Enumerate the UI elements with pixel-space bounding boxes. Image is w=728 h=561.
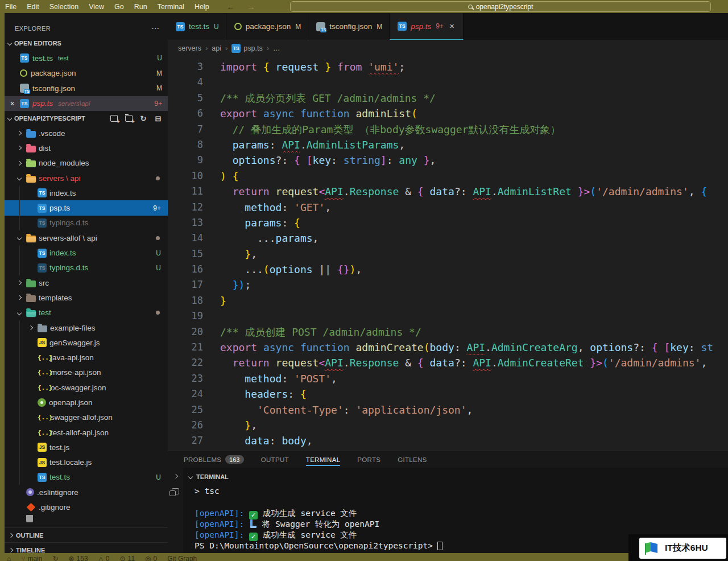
code-line-21[interactable]: 21export async function adminCreate(body… [168, 340, 728, 355]
tree-item-servers-allof \ api[interactable]: servers-allof \ api [5, 230, 168, 245]
panel-tab-gitlens[interactable]: GITLENS [398, 451, 427, 468]
code-line-10[interactable]: 10) { [168, 168, 728, 184]
menu-file[interactable]: File [0, 3, 22, 11]
collapse-all-icon[interactable]: ⊟ [153, 113, 163, 123]
tab-test.ts[interactable]: TStest.tsU [168, 13, 226, 40]
terminal-section-header[interactable]: TERMINAL [183, 470, 728, 484]
code-line-12[interactable]: 12 method: 'GET', [168, 200, 728, 215]
command-center-search[interactable]: openapi2typescript [290, 1, 711, 12]
tree-item-typings.d.ts[interactable]: TStypings.d.ts [5, 216, 168, 230]
tree-item-test-allof-api.json[interactable]: {..}test-allof-api.json [5, 425, 168, 440]
status-item-remote[interactable]: ⌂ [7, 555, 11, 561]
code-line-9[interactable]: 9 options?: { [key: string]: any }, [168, 152, 728, 168]
code-line-25[interactable]: 25 'Content-Type': 'application/json', [168, 402, 728, 418]
panel-tab-ports[interactable]: PORTS [357, 451, 380, 468]
open-editor-test.ts[interactable]: TStest.tstestU [5, 51, 168, 66]
code-line-24[interactable]: 24 headers: { [168, 386, 728, 402]
forward-arrow-icon[interactable]: → [247, 2, 255, 11]
code-line-7[interactable]: 7 // 叠加生成的Param类型 （非body参数swagger默认没有生成对… [168, 122, 728, 137]
status-item-Git Graph[interactable]: Git Graph [167, 555, 197, 561]
code-line-13[interactable]: 13 params: { [168, 215, 728, 230]
outline-section[interactable]: OUTLINE [5, 527, 168, 542]
status-item-0[interactable]: △0 [98, 555, 110, 561]
menu-terminal[interactable]: Terminal [152, 3, 189, 11]
status-item-0[interactable]: ◎0 [145, 555, 157, 561]
tree-item-swagger-allof.json[interactable]: {..}swagger-allof.json [5, 410, 168, 425]
menu-view[interactable]: View [84, 3, 109, 11]
timeline-section[interactable]: TIMELINE [5, 542, 168, 553]
tree-item-node_modules[interactable]: node_modules [5, 156, 168, 171]
tree-item-.eslintignore[interactable]: .eslintignore [5, 485, 168, 500]
tree-item-index.ts[interactable]: TSindex.tsU [5, 245, 168, 260]
tree-item-test.ts[interactable]: TStest.tsU [5, 470, 168, 485]
open-editor-tsconfig.json[interactable]: .TStsconfig.jsonM [5, 81, 168, 96]
status-item-153[interactable]: ⊗153 [69, 555, 88, 561]
code-line-3[interactable]: 3import { request } from 'umi'; [168, 59, 728, 75]
breadcrumb-item[interactable]: api [212, 44, 221, 52]
menu-go[interactable]: Go [109, 3, 129, 11]
open-editor-psp.ts[interactable]: ×TSpsp.tsservers\api9+ [5, 96, 168, 112]
code-line-11[interactable]: 11 return request<API.Response & { data?… [168, 184, 728, 199]
comments-icon[interactable] [172, 488, 179, 494]
breadcrumb-item[interactable]: servers [178, 44, 201, 52]
code-line-15[interactable]: 15 }, [168, 246, 728, 262]
status-item-main[interactable]: ⑂main [21, 555, 42, 561]
code-line-17[interactable]: 17 }); [168, 277, 728, 292]
project-header[interactable]: OPENAPI2TYPESCRIPT ↻⊟ [5, 111, 168, 126]
tree-item-.gitignore[interactable]: .gitignore [5, 500, 168, 514]
tree-item-test[interactable]: test [5, 306, 168, 320]
tab-tsconfig.json[interactable]: .TStsconfig.jsonM [308, 13, 390, 40]
menu-edit[interactable]: Edit [22, 3, 44, 11]
open-editors-header[interactable]: OPEN EDITORS [5, 36, 168, 51]
breadcrumb-item[interactable]: … [273, 44, 280, 52]
menu-run[interactable]: Run [129, 3, 152, 11]
code-line-22[interactable]: 22 return request<API.Response & { data?… [168, 355, 728, 370]
open-editor-package.json[interactable]: package.jsonM [5, 66, 168, 81]
tree-item-.vscode[interactable]: .vscode [5, 126, 168, 141]
code-line-4[interactable]: 4 [168, 75, 728, 90]
tree-item-test.js[interactable]: JStest.js [5, 440, 168, 455]
more-actions-icon[interactable]: ··· [152, 25, 160, 32]
new-folder-icon[interactable] [123, 113, 134, 123]
code-line-18[interactable]: 18} [168, 293, 728, 308]
panel-tab-output[interactable]: OUTPUT [261, 451, 289, 468]
panel-tab-terminal[interactable]: TERMINAL [306, 451, 341, 468]
close-icon[interactable]: × [8, 99, 16, 108]
tree-item-psp.ts[interactable]: TSpsp.ts9+ [5, 200, 168, 215]
code-line-6[interactable]: 6export async function adminList( [168, 106, 728, 121]
code-line-16[interactable]: 16 ...(options || {}), [168, 262, 728, 277]
tree-item-example-files[interactable]: example-files [5, 320, 168, 335]
tree-item-index.ts[interactable]: TSindex.ts [5, 185, 168, 200]
tree-item-src[interactable]: src [5, 275, 168, 290]
tree-item-morse-api.json[interactable]: {..}morse-api.json [5, 365, 168, 380]
tree-item-servers \ api[interactable]: servers \ api [5, 171, 168, 185]
tree-item-oc-swagger.json[interactable]: {..}oc-swagger.json [5, 380, 168, 395]
tree-item-test.locale.js[interactable]: JStest.locale.js [5, 455, 168, 470]
tree-item-genSwagger.js[interactable]: JSgenSwagger.js [5, 335, 168, 350]
panel-tab-problems[interactable]: PROBLEMS163 [184, 451, 244, 468]
tree-item-typings.d.ts[interactable]: TStypings.d.tsU [5, 261, 168, 275]
tree-item-clipped[interactable] [5, 515, 168, 522]
tab-psp.ts[interactable]: TSpsp.ts9+× [390, 13, 464, 40]
code-line-8[interactable]: 8 params: API.AdminListParams, [168, 137, 728, 152]
code-line-20[interactable]: 20/** 成员创建 POST /admin/admins */ [168, 324, 728, 340]
close-icon[interactable]: × [448, 22, 456, 31]
tree-item-java-api.json[interactable]: {..}java-api.json [5, 350, 168, 365]
code-line-26[interactable]: 26 }, [168, 418, 728, 433]
code-line-5[interactable]: 5/** 成员分页列表 GET /admin/admins */ [168, 90, 728, 106]
menu-selection[interactable]: Selection [44, 3, 84, 11]
tree-item-dist[interactable]: dist [5, 141, 168, 155]
code-line-19[interactable]: 19 [168, 308, 728, 324]
new-file-icon[interactable] [109, 113, 119, 123]
code-editor[interactable]: 3import { request } from 'umi';45/** 成员分… [168, 59, 728, 449]
refresh-icon[interactable]: ↻ [138, 113, 148, 123]
status-item-sync[interactable]: ↻ [52, 555, 58, 561]
tab-package.json[interactable]: package.jsonM [226, 13, 309, 40]
code-line-14[interactable]: 14 ...params, [168, 230, 728, 246]
breadcrumb-item[interactable]: TSpsp.ts [231, 44, 262, 53]
breadcrumb[interactable]: servers›api›TSpsp.ts›… [168, 40, 728, 56]
tree-item-templates[interactable]: templates [5, 290, 168, 305]
code-line-23[interactable]: 23 method: 'POST', [168, 371, 728, 386]
status-item-11[interactable]: ⊙11 [120, 555, 135, 561]
tree-item-openapi.json[interactable]: openapi.json [5, 395, 168, 410]
